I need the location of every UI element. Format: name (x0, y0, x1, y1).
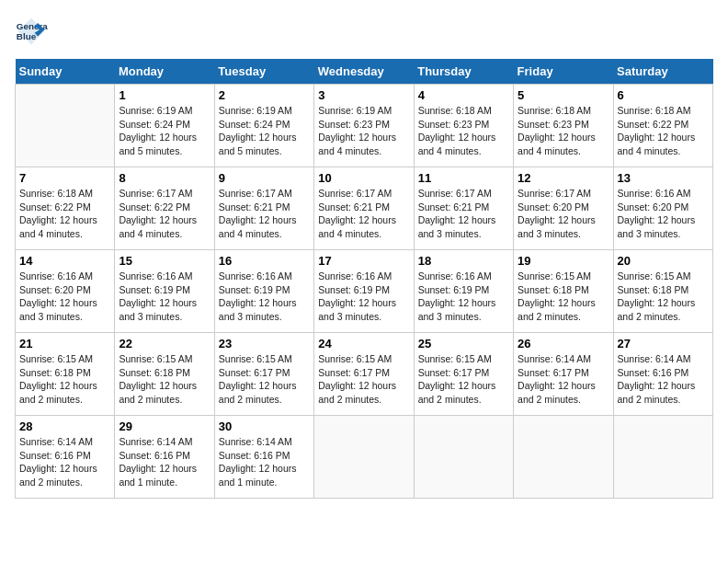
calendar-cell: 30Sunrise: 6:14 AM Sunset: 6:16 PM Dayli… (214, 416, 313, 499)
calendar-cell: 17Sunrise: 6:16 AM Sunset: 6:19 PM Dayli… (314, 250, 414, 333)
day-number: 24 (318, 337, 409, 350)
day-number: 7 (19, 171, 110, 185)
calendar-cell: 2Sunrise: 6:19 AM Sunset: 6:24 PM Daylig… (214, 85, 313, 167)
day-number: 19 (518, 254, 609, 268)
day-number: 6 (618, 88, 709, 102)
calendar-cell: 18Sunrise: 6:16 AM Sunset: 6:19 PM Dayli… (414, 250, 513, 333)
calendar-cell: 15Sunrise: 6:16 AM Sunset: 6:19 PM Dayli… (115, 250, 214, 333)
day-info: Sunrise: 6:15 AM Sunset: 6:18 PM Dayligh… (19, 352, 110, 407)
day-number: 25 (418, 337, 509, 350)
day-number: 8 (119, 171, 210, 185)
day-info: Sunrise: 6:16 AM Sunset: 6:19 PM Dayligh… (219, 270, 310, 324)
day-info: Sunrise: 6:16 AM Sunset: 6:19 PM Dayligh… (418, 270, 509, 324)
calendar-cell: 5Sunrise: 6:18 AM Sunset: 6:23 PM Daylig… (514, 85, 613, 167)
day-info: Sunrise: 6:15 AM Sunset: 6:17 PM Dayligh… (219, 352, 310, 407)
day-info: Sunrise: 6:14 AM Sunset: 6:16 PM Dayligh… (618, 352, 709, 407)
calendar-cell: 16Sunrise: 6:16 AM Sunset: 6:19 PM Dayli… (214, 250, 313, 333)
day-info: Sunrise: 6:17 AM Sunset: 6:21 PM Dayligh… (318, 187, 409, 241)
calendar-cell: 23Sunrise: 6:15 AM Sunset: 6:17 PM Dayli… (214, 333, 313, 416)
day-number: 21 (19, 337, 110, 350)
calendar-cell: 10Sunrise: 6:17 AM Sunset: 6:21 PM Dayli… (314, 167, 414, 250)
week-row-1: 1Sunrise: 6:19 AM Sunset: 6:24 PM Daylig… (16, 85, 713, 167)
day-number: 26 (518, 337, 609, 350)
day-number: 11 (418, 171, 509, 185)
col-header-friday: Friday (514, 59, 613, 85)
calendar-cell (613, 416, 712, 499)
day-number: 18 (418, 254, 509, 268)
day-number: 1 (119, 88, 210, 102)
day-info: Sunrise: 6:15 AM Sunset: 6:18 PM Dayligh… (119, 352, 210, 407)
day-info: Sunrise: 6:19 AM Sunset: 6:24 PM Dayligh… (119, 104, 210, 158)
calendar-cell: 27Sunrise: 6:14 AM Sunset: 6:16 PM Dayli… (613, 333, 712, 416)
day-info: Sunrise: 6:14 AM Sunset: 6:16 PM Dayligh… (19, 435, 110, 489)
day-info: Sunrise: 6:15 AM Sunset: 6:17 PM Dayligh… (418, 352, 509, 407)
day-info: Sunrise: 6:17 AM Sunset: 6:20 PM Dayligh… (518, 187, 609, 241)
calendar-cell: 14Sunrise: 6:16 AM Sunset: 6:20 PM Dayli… (16, 250, 115, 333)
calendar-cell: 1Sunrise: 6:19 AM Sunset: 6:24 PM Daylig… (115, 85, 214, 167)
svg-text:Blue: Blue (17, 31, 37, 41)
day-number: 17 (318, 254, 409, 268)
col-header-sunday: Sunday (16, 59, 115, 85)
day-number: 15 (119, 254, 210, 268)
calendar-cell: 26Sunrise: 6:14 AM Sunset: 6:17 PM Dayli… (514, 333, 613, 416)
day-info: Sunrise: 6:16 AM Sunset: 6:19 PM Dayligh… (119, 270, 210, 324)
day-number: 14 (19, 254, 110, 268)
calendar-cell: 8Sunrise: 6:17 AM Sunset: 6:22 PM Daylig… (115, 167, 214, 250)
col-header-wednesday: Wednesday (314, 59, 414, 85)
calendar-cell (314, 416, 414, 499)
day-info: Sunrise: 6:15 AM Sunset: 6:18 PM Dayligh… (518, 270, 609, 324)
day-number: 29 (119, 419, 210, 433)
calendar-cell (16, 85, 115, 167)
day-number: 23 (219, 337, 310, 350)
day-info: Sunrise: 6:15 AM Sunset: 6:17 PM Dayligh… (318, 352, 409, 407)
day-info: Sunrise: 6:16 AM Sunset: 6:20 PM Dayligh… (19, 270, 110, 324)
calendar-cell: 6Sunrise: 6:18 AM Sunset: 6:22 PM Daylig… (613, 85, 712, 167)
day-info: Sunrise: 6:15 AM Sunset: 6:18 PM Dayligh… (618, 270, 709, 324)
calendar-cell: 4Sunrise: 6:18 AM Sunset: 6:23 PM Daylig… (414, 85, 513, 167)
calendar-cell: 19Sunrise: 6:15 AM Sunset: 6:18 PM Dayli… (514, 250, 613, 333)
week-row-2: 7Sunrise: 6:18 AM Sunset: 6:22 PM Daylig… (16, 167, 713, 250)
day-info: Sunrise: 6:17 AM Sunset: 6:21 PM Dayligh… (418, 187, 509, 241)
day-info: Sunrise: 6:14 AM Sunset: 6:16 PM Dayligh… (219, 435, 310, 489)
calendar-cell: 28Sunrise: 6:14 AM Sunset: 6:16 PM Dayli… (16, 416, 115, 499)
day-info: Sunrise: 6:18 AM Sunset: 6:22 PM Dayligh… (618, 104, 709, 158)
day-number: 13 (618, 171, 709, 185)
week-row-5: 28Sunrise: 6:14 AM Sunset: 6:16 PM Dayli… (16, 416, 713, 499)
calendar-cell: 12Sunrise: 6:17 AM Sunset: 6:20 PM Dayli… (514, 167, 613, 250)
day-info: Sunrise: 6:16 AM Sunset: 6:19 PM Dayligh… (318, 270, 409, 324)
week-row-4: 21Sunrise: 6:15 AM Sunset: 6:18 PM Dayli… (16, 333, 713, 416)
col-header-tuesday: Tuesday (214, 59, 313, 85)
day-info: Sunrise: 6:14 AM Sunset: 6:16 PM Dayligh… (119, 435, 210, 489)
day-info: Sunrise: 6:19 AM Sunset: 6:24 PM Dayligh… (219, 104, 310, 158)
calendar-cell (514, 416, 613, 499)
day-info: Sunrise: 6:17 AM Sunset: 6:21 PM Dayligh… (219, 187, 310, 241)
calendar-cell: 3Sunrise: 6:19 AM Sunset: 6:23 PM Daylig… (314, 85, 414, 167)
day-number: 30 (219, 419, 310, 433)
day-number: 16 (219, 254, 310, 268)
calendar-cell: 11Sunrise: 6:17 AM Sunset: 6:21 PM Dayli… (414, 167, 513, 250)
calendar-cell: 9Sunrise: 6:17 AM Sunset: 6:21 PM Daylig… (214, 167, 313, 250)
calendar-cell: 22Sunrise: 6:15 AM Sunset: 6:18 PM Dayli… (115, 333, 214, 416)
col-header-monday: Monday (115, 59, 214, 85)
page-header: General Blue (15, 15, 713, 48)
day-number: 4 (418, 88, 509, 102)
day-number: 12 (518, 171, 609, 185)
day-number: 5 (518, 88, 609, 102)
calendar-cell: 13Sunrise: 6:16 AM Sunset: 6:20 PM Dayli… (613, 167, 712, 250)
day-number: 10 (318, 171, 409, 185)
day-info: Sunrise: 6:18 AM Sunset: 6:22 PM Dayligh… (19, 187, 110, 241)
day-number: 9 (219, 171, 310, 185)
calendar-cell (414, 416, 513, 499)
logo: General Blue (15, 15, 51, 48)
day-info: Sunrise: 6:19 AM Sunset: 6:23 PM Dayligh… (318, 104, 409, 158)
day-number: 2 (219, 88, 310, 102)
col-header-thursday: Thursday (414, 59, 513, 85)
day-info: Sunrise: 6:14 AM Sunset: 6:17 PM Dayligh… (518, 352, 609, 407)
calendar-cell: 25Sunrise: 6:15 AM Sunset: 6:17 PM Dayli… (414, 333, 513, 416)
col-header-saturday: Saturday (613, 59, 712, 85)
calendar-cell: 29Sunrise: 6:14 AM Sunset: 6:16 PM Dayli… (115, 416, 214, 499)
day-info: Sunrise: 6:17 AM Sunset: 6:22 PM Dayligh… (119, 187, 210, 241)
day-number: 22 (119, 337, 210, 350)
logo-icon: General Blue (15, 15, 48, 48)
day-info: Sunrise: 6:18 AM Sunset: 6:23 PM Dayligh… (418, 104, 509, 158)
